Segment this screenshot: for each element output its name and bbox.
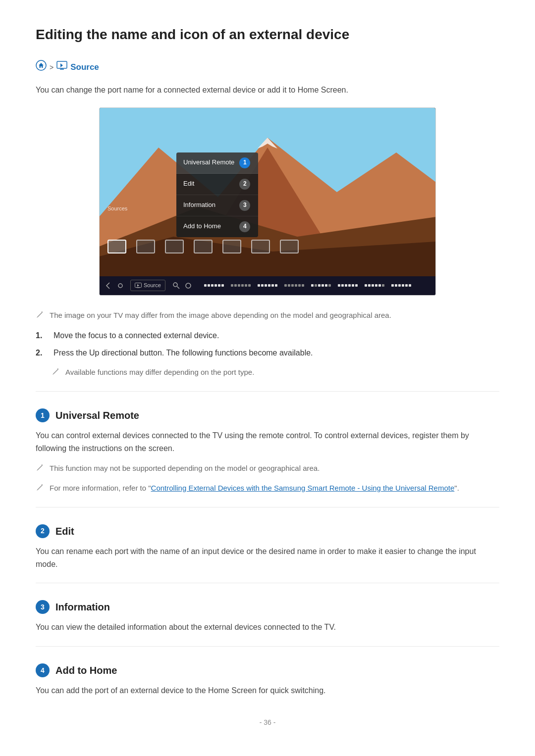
device-icon-7 bbox=[280, 240, 299, 253]
breadcrumb: > Source bbox=[36, 60, 499, 75]
section-3-title: Information bbox=[55, 599, 110, 615]
source-icon bbox=[56, 60, 67, 74]
divider-4 bbox=[36, 646, 499, 647]
note-section-1-a: This function may not be supported depen… bbox=[36, 462, 499, 475]
section-2-body: You can rename each port with the name o… bbox=[36, 545, 499, 571]
device-icon-2 bbox=[136, 240, 155, 253]
tv-bottom-icons bbox=[106, 282, 124, 290]
page-number: - 36 - bbox=[36, 717, 499, 728]
tv-bottom-bar: Source bbox=[100, 276, 435, 295]
svg-point-15 bbox=[186, 283, 191, 288]
breadcrumb-chevron: > bbox=[50, 62, 54, 73]
divider-2 bbox=[36, 507, 499, 507]
svg-point-10 bbox=[118, 284, 122, 288]
device-icon-5 bbox=[222, 240, 241, 253]
context-menu: Universal Remote 1 Edit 2 Information 3 … bbox=[176, 152, 258, 237]
step-1-number: 1. bbox=[36, 329, 48, 342]
section-4-title: Add to Home bbox=[55, 662, 117, 678]
step-2: 2. Press the Up directional button. The … bbox=[36, 347, 499, 359]
section-3-number: 3 bbox=[36, 600, 50, 614]
menu-number-4: 4 bbox=[239, 221, 250, 232]
section-1-body: You can control external devices connect… bbox=[36, 429, 499, 455]
page-description: You can change the port name for a conne… bbox=[36, 84, 499, 97]
device-icon-3 bbox=[165, 240, 184, 253]
divider-3 bbox=[36, 583, 499, 583]
section-1-number: 1 bbox=[36, 408, 50, 422]
menu-label-add-to-home: Add to Home bbox=[183, 221, 221, 232]
section-3-header: 3 Information bbox=[36, 599, 499, 615]
menu-item-information[interactable]: Information 3 bbox=[176, 195, 258, 216]
section-2-title: Edit bbox=[55, 523, 74, 539]
menu-item-edit[interactable]: Edit 2 bbox=[176, 174, 258, 195]
note-port-type: Available functions may differ depending… bbox=[52, 366, 499, 379]
menu-item-add-to-home[interactable]: Add to Home 4 bbox=[176, 216, 258, 237]
menu-item-universal-remote[interactable]: Universal Remote 1 bbox=[176, 152, 258, 174]
note-image-text: The image on your TV may differ from the… bbox=[50, 309, 391, 321]
home-icon bbox=[36, 60, 47, 75]
note-port-type-text: Available functions may differ depending… bbox=[65, 366, 254, 378]
device-icon-4 bbox=[194, 240, 213, 253]
note-section-1-b: For more information, refer to "Controll… bbox=[36, 482, 499, 495]
device-icon-6 bbox=[251, 240, 270, 253]
device-icons-row bbox=[107, 240, 428, 253]
section-1-header: 1 Universal Remote bbox=[36, 407, 499, 423]
pencil-icon-2 bbox=[52, 367, 59, 379]
menu-label-edit: Edit bbox=[183, 179, 194, 189]
section-2-number: 2 bbox=[36, 524, 50, 538]
section-4-number: 4 bbox=[36, 663, 50, 677]
note-image-disclaimer: The image on your TV may differ from the… bbox=[36, 309, 499, 322]
pencil-icon-4 bbox=[36, 483, 44, 495]
section-1-title: Universal Remote bbox=[55, 407, 139, 423]
section-2-header: 2 Edit bbox=[36, 523, 499, 539]
pencil-icon bbox=[36, 310, 44, 322]
pencil-icon-3 bbox=[36, 463, 44, 475]
divider-1 bbox=[36, 391, 499, 392]
step-1-text: Move the focus to a connected external d… bbox=[54, 329, 219, 342]
menu-number-1: 1 bbox=[239, 157, 250, 168]
menu-label-information: Information bbox=[183, 200, 215, 210]
svg-line-14 bbox=[177, 286, 179, 289]
tv-source-chip: Source bbox=[130, 280, 165, 292]
breadcrumb-source-label: Source bbox=[70, 60, 99, 74]
menu-number-3: 3 bbox=[239, 200, 250, 211]
section-4-header: 4 Add to Home bbox=[36, 662, 499, 678]
page-title: Editing the name and icon of an external… bbox=[36, 24, 499, 46]
section-4-body: You can add the port of an external devi… bbox=[36, 684, 499, 697]
note-section-1-a-text: This function may not be supported depen… bbox=[50, 462, 320, 474]
step-2-text: Press the Up directional button. The fol… bbox=[54, 347, 313, 359]
tv-screenshot: Universal Remote 1 Edit 2 Information 3 … bbox=[99, 107, 436, 296]
section-3-body: You can view the detailed information ab… bbox=[36, 621, 499, 634]
steps-list: 1. Move the focus to a connected externa… bbox=[36, 329, 499, 359]
tv-source-text: Source bbox=[144, 281, 161, 290]
universal-remote-link[interactable]: Controlling External Devices with the Sa… bbox=[151, 484, 455, 492]
menu-label-universal-remote: Universal Remote bbox=[183, 157, 234, 168]
device-icon-1 bbox=[107, 240, 126, 253]
svg-point-13 bbox=[173, 283, 177, 287]
sources-label: Sources bbox=[107, 204, 127, 213]
step-2-number: 2. bbox=[36, 347, 48, 359]
step-1: 1. Move the focus to a connected externa… bbox=[36, 329, 499, 342]
note-section-1-b-text: For more information, refer to "Controll… bbox=[50, 482, 459, 494]
menu-number-2: 2 bbox=[239, 179, 250, 190]
